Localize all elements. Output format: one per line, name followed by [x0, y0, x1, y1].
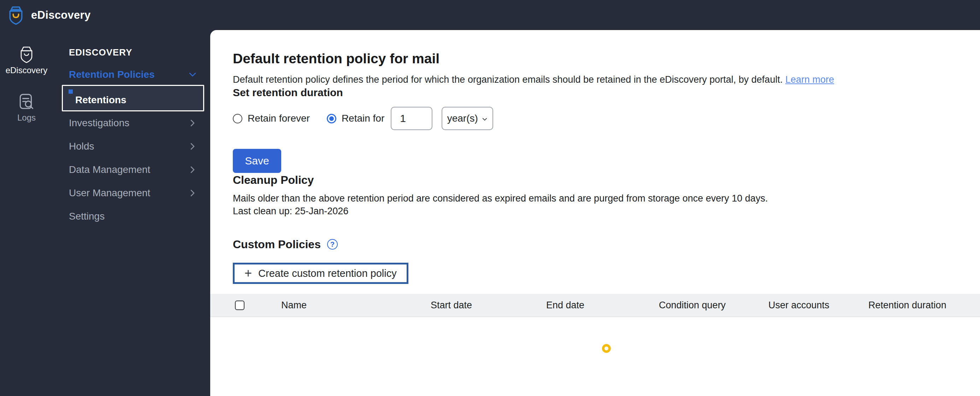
sidebar-item-data-management[interactable]: Data Management	[69, 158, 210, 181]
page-description: Default retention policy defines the per…	[233, 73, 980, 86]
sidebar-item-retentions[interactable]: Retentions	[62, 85, 204, 111]
sidebar-item-label: Settings	[69, 211, 105, 222]
loading-spinner	[602, 344, 611, 353]
duration-unit-select[interactable]: year(s)	[442, 107, 493, 130]
cleanup-policy-heading: Cleanup Policy	[233, 173, 980, 187]
help-icon[interactable]: ?	[327, 239, 338, 250]
rail-item-label: eDiscovery	[6, 65, 48, 75]
sidebar: EDISCOVERY Retention Policies Retentions…	[69, 30, 210, 228]
active-item-marker	[68, 89, 73, 94]
left-rail: eDiscovery Logs	[0, 30, 69, 123]
header-checkbox-cell	[210, 300, 281, 310]
cleanup-line2: Last clean up: 25-Jan-2026	[233, 205, 980, 217]
policies-table-header: Name Start date End date Condition query…	[210, 294, 980, 317]
chevron-right-icon	[188, 119, 197, 127]
sidebar-item-user-management[interactable]: User Management	[69, 181, 210, 205]
rail-item-logs[interactable]: Logs	[0, 93, 53, 123]
chevron-right-icon	[188, 189, 197, 197]
top-bar: eDiscovery	[0, 0, 980, 30]
page-title: Default retention policy for mail	[233, 51, 980, 67]
create-custom-policy-button[interactable]: + Create custom retention policy	[233, 263, 408, 284]
retain-forever-label: Retain forever	[248, 113, 310, 124]
column-header-name: Name	[281, 300, 431, 311]
sidebar-item-investigations[interactable]: Investigations	[69, 111, 210, 135]
retain-for-radio[interactable]	[327, 114, 336, 123]
column-header-end-date: End date	[546, 300, 659, 311]
sidebar-item-settings[interactable]: Settings	[69, 205, 210, 228]
chevron-right-icon	[188, 142, 197, 151]
sidebar-item-label: Investigations	[69, 117, 129, 129]
rail-item-ediscovery[interactable]: eDiscovery	[0, 46, 53, 75]
learn-more-link[interactable]: Learn more	[785, 74, 834, 85]
sidebar-section-title: EDISCOVERY	[69, 47, 210, 58]
cleanup-policy-text: Mails older than the above retention per…	[233, 192, 980, 217]
sidebar-item-retention-policies[interactable]: Retention Policies	[69, 64, 210, 85]
chevron-down-icon	[188, 70, 197, 79]
sidebar-item-label: Retention Policies	[69, 69, 155, 80]
cleanup-line1: Mails older than the above retention per…	[233, 192, 980, 205]
column-header-condition-query: Condition query	[659, 300, 768, 311]
shield-icon	[18, 46, 35, 63]
sidebar-item-label: Data Management	[69, 164, 150, 176]
sidebar-item-label: User Management	[69, 187, 150, 199]
retain-forever-radio[interactable]	[233, 114, 242, 123]
column-header-user-accounts: User accounts	[768, 300, 869, 311]
retain-for-label: Retain for	[342, 113, 384, 124]
column-header-retention-duration: Retention duration	[869, 300, 980, 311]
create-custom-policy-label: Create custom retention policy	[258, 268, 397, 279]
dropdown-chevron-icon	[482, 116, 488, 122]
duration-unit-value: year(s)	[447, 113, 478, 124]
rail-item-label: Logs	[18, 113, 36, 123]
custom-policies-heading: Custom Policies	[233, 237, 321, 251]
column-header-start-date: Start date	[431, 300, 546, 311]
set-retention-duration-heading: Set retention duration	[233, 86, 980, 99]
select-all-checkbox[interactable]	[235, 300, 245, 310]
custom-policies-header-row: Custom Policies ?	[233, 237, 980, 251]
app-title: eDiscovery	[31, 9, 91, 22]
chevron-right-icon	[188, 166, 197, 174]
duration-value-input[interactable]	[391, 107, 433, 130]
ediscovery-logo-icon	[8, 5, 24, 26]
main-content-panel: Default retention policy for mail Defaul…	[210, 30, 980, 396]
retention-options-row: Retain forever Retain for year(s)	[233, 107, 980, 131]
plus-icon: +	[245, 267, 252, 279]
sidebar-item-holds[interactable]: Holds	[69, 135, 210, 158]
sidebar-item-label: Holds	[69, 141, 94, 152]
save-button[interactable]: Save	[233, 149, 281, 173]
logs-icon	[18, 93, 35, 111]
